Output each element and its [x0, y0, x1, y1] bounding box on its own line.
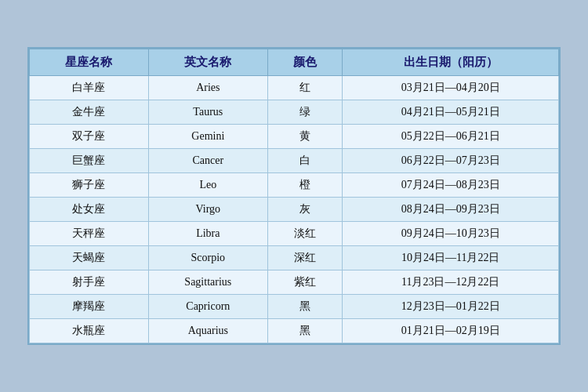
cell-row0-col2: 红	[267, 76, 343, 100]
header-birthdate: 出生日期（阳历）	[343, 49, 559, 76]
cell-row8-col2: 紫红	[267, 270, 343, 295]
header-color: 颜色	[267, 49, 343, 76]
cell-row2-col1: Gemini	[148, 125, 267, 149]
cell-row5-col1: Virgo	[148, 198, 267, 222]
cell-row2-col0: 双子座	[30, 125, 149, 149]
table-row: 射手座Sagittarius紫红11月23日—12月22日	[30, 270, 559, 295]
table-row: 白羊座Aries红03月21日—04月20日	[30, 76, 559, 100]
cell-row7-col3: 10月24日—11月22日	[343, 246, 559, 270]
cell-row8-col1: Sagittarius	[148, 270, 267, 295]
cell-row10-col3: 01月21日—02月19日	[343, 319, 559, 343]
cell-row9-col1: Capricorn	[148, 295, 267, 319]
cell-row1-col1: Taurus	[148, 100, 267, 125]
cell-row1-col3: 04月21日—05月21日	[343, 100, 559, 125]
cell-row6-col2: 淡红	[267, 222, 343, 246]
cell-row6-col1: Libra	[148, 222, 267, 246]
cell-row9-col3: 12月23日—01月22日	[343, 295, 559, 319]
cell-row9-col0: 摩羯座	[30, 295, 149, 319]
cell-row8-col0: 射手座	[30, 270, 149, 295]
cell-row8-col3: 11月23日—12月22日	[343, 270, 559, 295]
table-row: 天蝎座Scorpio深红10月24日—11月22日	[30, 246, 559, 270]
table-body: 白羊座Aries红03月21日—04月20日金牛座Taurus绿04月21日—0…	[30, 76, 559, 343]
cell-row4-col0: 狮子座	[30, 173, 149, 198]
cell-row7-col0: 天蝎座	[30, 246, 149, 270]
table-row: 金牛座Taurus绿04月21日—05月21日	[30, 100, 559, 125]
cell-row4-col3: 07月24日—08月23日	[343, 173, 559, 198]
cell-row3-col0: 巨蟹座	[30, 149, 149, 173]
cell-row5-col0: 处女座	[30, 198, 149, 222]
cell-row0-col3: 03月21日—04月20日	[343, 76, 559, 100]
table-row: 处女座Virgo灰08月24日—09月23日	[30, 198, 559, 222]
zodiac-table-container: 星座名称 英文名称 颜色 出生日期（阳历） 白羊座Aries红03月21日—04…	[27, 47, 561, 345]
cell-row7-col2: 深红	[267, 246, 343, 270]
cell-row10-col2: 黑	[267, 319, 343, 343]
table-row: 天秤座Libra淡红09月24日—10月23日	[30, 222, 559, 246]
cell-row6-col3: 09月24日—10月23日	[343, 222, 559, 246]
zodiac-table: 星座名称 英文名称 颜色 出生日期（阳历） 白羊座Aries红03月21日—04…	[29, 49, 559, 343]
cell-row4-col1: Leo	[148, 173, 267, 198]
table-header-row: 星座名称 英文名称 颜色 出生日期（阳历）	[30, 49, 559, 76]
cell-row3-col2: 白	[267, 149, 343, 173]
cell-row5-col2: 灰	[267, 198, 343, 222]
table-row: 水瓶座Aquarius黑01月21日—02月19日	[30, 319, 559, 343]
cell-row1-col2: 绿	[267, 100, 343, 125]
cell-row10-col0: 水瓶座	[30, 319, 149, 343]
cell-row3-col3: 06月22日—07月23日	[343, 149, 559, 173]
table-row: 巨蟹座Cancer白06月22日—07月23日	[30, 149, 559, 173]
table-row: 双子座Gemini黄05月22日—06月21日	[30, 125, 559, 149]
cell-row0-col1: Aries	[148, 76, 267, 100]
cell-row9-col2: 黑	[267, 295, 343, 319]
table-row: 摩羯座Capricorn黑12月23日—01月22日	[30, 295, 559, 319]
cell-row1-col0: 金牛座	[30, 100, 149, 125]
cell-row7-col1: Scorpio	[148, 246, 267, 270]
cell-row4-col2: 橙	[267, 173, 343, 198]
cell-row10-col1: Aquarius	[148, 319, 267, 343]
cell-row2-col2: 黄	[267, 125, 343, 149]
cell-row3-col1: Cancer	[148, 149, 267, 173]
cell-row6-col0: 天秤座	[30, 222, 149, 246]
table-row: 狮子座Leo橙07月24日—08月23日	[30, 173, 559, 198]
header-chinese-name: 星座名称	[30, 49, 149, 76]
header-english-name: 英文名称	[148, 49, 267, 76]
cell-row0-col0: 白羊座	[30, 76, 149, 100]
cell-row2-col3: 05月22日—06月21日	[343, 125, 559, 149]
cell-row5-col3: 08月24日—09月23日	[343, 198, 559, 222]
